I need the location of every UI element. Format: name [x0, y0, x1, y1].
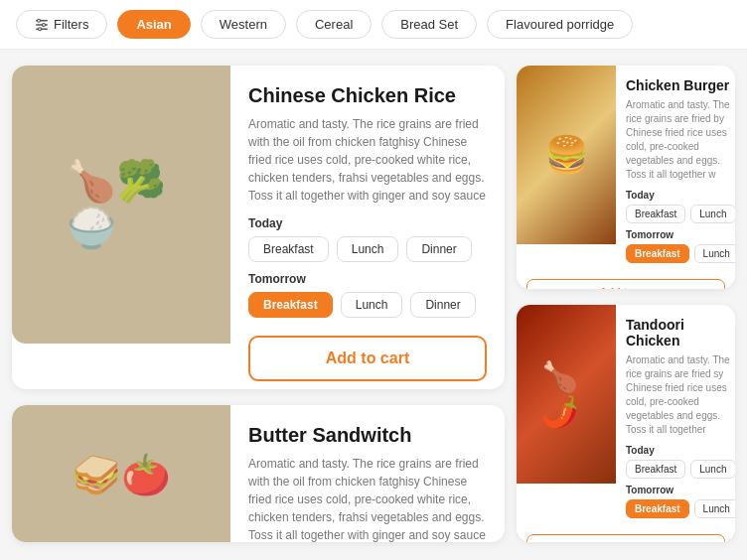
left-column: Chinese Chicken Rice Aromatic and tasty.…: [12, 66, 505, 542]
category-bread-set[interactable]: Bread Set: [381, 10, 477, 39]
chicken-rice-today-label: Today: [248, 216, 487, 230]
tandoori-chicken-desc: Aromatic and tasty. The rice grains are …: [626, 353, 735, 437]
chicken-rice-tomorrow-meals: Breakfast Lunch Dinner: [248, 292, 487, 318]
butter-sandwitch-title: Butter Sandwitch: [248, 423, 487, 447]
side-card-chicken-burger: Chicken Burger Aromatic and tasty. The r…: [517, 66, 735, 289]
filter-bar: Filters Asian Western Cereal Bread Set F…: [0, 0, 747, 50]
tandoori-chicken-tomorrow-label: Tomorrow: [626, 485, 735, 495]
chicken-burger-today-breakfast[interactable]: Breakfast: [626, 205, 685, 223]
chicken-rice-today-dinner[interactable]: Dinner: [406, 236, 471, 262]
butter-sandwitch-content: Butter Sandwitch Aromatic and tasty. The…: [230, 405, 505, 542]
chicken-burger-title: Chicken Burger: [626, 77, 735, 93]
tandoori-chicken-tomorrow-breakfast[interactable]: Breakfast: [626, 499, 689, 518]
chicken-rice-today-section: Today Breakfast Lunch Dinner: [248, 216, 487, 262]
food-card-chinese-chicken-rice: Chinese Chicken Rice Aromatic and tasty.…: [12, 66, 505, 389]
chicken-rice-add-to-cart[interactable]: Add to cart: [248, 336, 487, 381]
tandoori-chicken-tomorrow-meals: Breakfast Lunch: [626, 499, 735, 518]
chicken-burger-content: Chicken Burger Aromatic and tasty. The r…: [616, 66, 735, 279]
chicken-rice-tomorrow-lunch[interactable]: Lunch: [341, 292, 403, 318]
category-flavoured-porridge[interactable]: Flavoured porridge: [487, 10, 633, 39]
tandoori-chicken-tomorrow-lunch[interactable]: Lunch: [694, 499, 735, 518]
chicken-burger-add-to-cart[interactable]: Add to c...: [526, 279, 725, 289]
content-area: Chinese Chicken Rice Aromatic and tasty.…: [0, 50, 747, 558]
chicken-burger-tomorrow-breakfast[interactable]: Breakfast: [626, 244, 689, 263]
food-card-butter-sandwitch: Butter Sandwitch Aromatic and tasty. The…: [12, 405, 505, 542]
chicken-rice-tomorrow-dinner[interactable]: Dinner: [410, 292, 475, 318]
chicken-burger-image: [517, 66, 616, 244]
right-column: Chicken Burger Aromatic and tasty. The r…: [517, 66, 735, 542]
tandoori-chicken-today-meals: Breakfast Lunch: [626, 460, 735, 479]
chicken-rice-desc: Aromatic and tasty. The rice grains are …: [248, 115, 487, 205]
chicken-burger-desc: Aromatic and tasty. The rice grains are …: [626, 98, 735, 182]
chicken-rice-today-meals: Breakfast Lunch Dinner: [248, 236, 487, 262]
chicken-burger-today-lunch[interactable]: Lunch: [690, 205, 735, 223]
chicken-burger-tomorrow-lunch[interactable]: Lunch: [694, 244, 735, 263]
tandoori-chicken-title: Tandoori Chicken: [626, 317, 735, 349]
chicken-rice-title: Chinese Chicken Rice: [248, 83, 487, 107]
tandoori-chicken-today-breakfast[interactable]: Breakfast: [626, 460, 685, 479]
category-cereal[interactable]: Cereal: [296, 10, 372, 39]
chicken-rice-content: Chinese Chicken Rice Aromatic and tasty.…: [230, 66, 505, 389]
chicken-rice-tomorrow-label: Tomorrow: [248, 272, 487, 286]
svg-point-5: [39, 27, 42, 30]
chicken-burger-tomorrow-meals: Breakfast Lunch: [626, 244, 735, 263]
category-western[interactable]: Western: [201, 10, 286, 39]
chicken-rice-today-lunch[interactable]: Lunch: [337, 236, 399, 262]
tandoori-chicken-content: Tandoori Chicken Aromatic and tasty. The…: [616, 305, 735, 534]
chicken-burger-today-meals: Breakfast Lunch: [626, 205, 735, 223]
chicken-rice-today-breakfast[interactable]: Breakfast: [248, 236, 329, 262]
chicken-rice-image: [12, 66, 230, 344]
chicken-rice-tomorrow-breakfast[interactable]: Breakfast: [248, 292, 333, 318]
chicken-burger-today-label: Today: [626, 190, 735, 201]
butter-sandwitch-image: [12, 405, 230, 542]
tandoori-chicken-add-to-cart[interactable]: Add to c...: [526, 534, 725, 542]
tandoori-chicken-today-lunch[interactable]: Lunch: [690, 460, 735, 479]
svg-point-3: [38, 19, 41, 22]
filters-button[interactable]: Filters: [16, 10, 107, 39]
tandoori-chicken-image: [517, 305, 616, 484]
tandoori-chicken-today-label: Today: [626, 445, 735, 456]
tandoori-chicken-top: Tandoori Chicken Aromatic and tasty. The…: [517, 305, 735, 534]
side-card-tandoori-chicken: Tandoori Chicken Aromatic and tasty. The…: [517, 305, 735, 542]
chicken-rice-tomorrow-section: Tomorrow Breakfast Lunch Dinner: [248, 272, 487, 318]
category-asian[interactable]: Asian: [117, 10, 190, 39]
butter-sandwitch-desc: Aromatic and tasty. The rice grains are …: [248, 455, 487, 542]
svg-point-4: [43, 23, 46, 26]
filters-label: Filters: [54, 17, 88, 32]
chicken-burger-tomorrow-label: Tomorrow: [626, 229, 735, 240]
chicken-burger-top: Chicken Burger Aromatic and tasty. The r…: [517, 66, 735, 279]
sliders-icon: [35, 18, 49, 32]
